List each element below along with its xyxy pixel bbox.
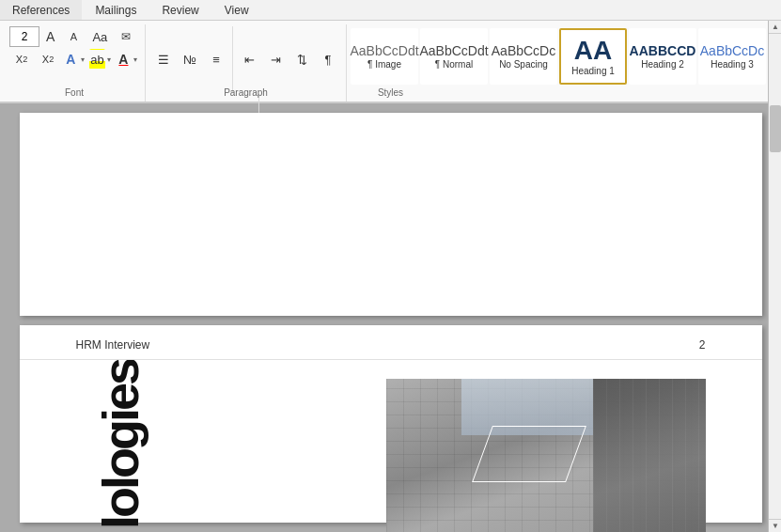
show-para-btn[interactable]: ¶ (316, 49, 340, 70)
page-content: lologies (20, 360, 762, 532)
style-image-preview: AaBbCcDdt (350, 44, 418, 57)
highlight-dropdown[interactable]: ▾ (106, 55, 112, 64)
scrollbar-thumb[interactable] (770, 105, 781, 152)
style-heading2-preview: AABBCCD (630, 44, 696, 57)
scroll-up-btn[interactable]: ▲ (769, 21, 781, 34)
decrease-indent-btn[interactable]: ⇤ (237, 49, 261, 70)
para-row1: ☰ № ≡ ⇤ ⇥ ⇅ ¶ (151, 26, 340, 92)
font-size-input[interactable] (9, 26, 39, 47)
page-header: HRM Interview 2 (20, 325, 762, 360)
style-heading2[interactable]: AABBCCD Heading 2 (629, 28, 696, 85)
vertical-text: lologies (95, 379, 146, 529)
increase-indent-btn[interactable]: ⇥ (263, 49, 288, 70)
diamond-shape (472, 426, 586, 482)
style-heading3[interactable]: AaBbCcDc Heading 3 (698, 28, 766, 85)
style-heading3-label: Heading 3 (711, 59, 754, 70)
font-row1: A A Aa ✉ (9, 26, 138, 47)
style-heading2-label: Heading 2 (641, 59, 684, 70)
font-row2: X2 X2 A ▾ ab ▾ A ▾ (9, 49, 139, 70)
scrollbar-track: ▲ ▼ (768, 21, 781, 532)
font-color-container: A ▾ (62, 49, 86, 70)
style-image[interactable]: AaBbCcDdt ¶ Image (351, 28, 418, 85)
divider1 (232, 26, 233, 92)
styles-group-label: Styles (0, 87, 781, 98)
header-title: HRM Interview (76, 338, 150, 352)
tab-references[interactable]: References (0, 0, 82, 20)
numbering-btn[interactable]: № (178, 49, 202, 70)
styles-group: AaBbCcDdt ¶ Image AaBbCcDdt ¶ Normal AaB… (347, 24, 777, 102)
page-2: HRM Interview 2 lologies (20, 325, 762, 523)
style-normal-label: ¶ Normal (435, 59, 473, 70)
bullets-btn[interactable]: ☰ (151, 49, 176, 70)
sort-btn[interactable]: ⇅ (289, 49, 314, 70)
header-page-number: 2 (699, 338, 706, 352)
building-image (386, 379, 706, 532)
style-no-spacing-preview: AaBbCcDc (492, 44, 555, 57)
font-color-a-btn[interactable]: A (63, 49, 79, 70)
font-color-red-btn[interactable]: A (116, 49, 132, 70)
style-normal[interactable]: AaBbCcDdt ¶ Normal (420, 28, 488, 85)
tab-mailings[interactable]: Mailings (83, 0, 148, 20)
tab-review[interactable]: Review (149, 0, 211, 20)
ribbon-toolbar: A A Aa ✉ X2 X2 A ▾ ab ▾ A ▾ Font ☰ (0, 21, 781, 103)
multilevel-btn[interactable]: ≡ (204, 49, 228, 70)
ribbon-tabs: References Mailings Review View (0, 0, 781, 21)
clear-format-btn[interactable]: ✉ (114, 26, 138, 47)
font-color-red-container: A ▾ (115, 49, 139, 70)
font-color-dropdown[interactable]: ▾ (80, 55, 86, 64)
style-heading1-label: Heading 1 (571, 66, 615, 76)
grow-font-btn[interactable]: A (41, 26, 59, 47)
scroll-down-btn[interactable]: ▼ (769, 519, 781, 532)
document-area: HRM Interview 2 lologies (0, 103, 781, 532)
style-heading3-preview: AaBbCcDc (700, 44, 764, 57)
highlight-btn[interactable]: ab (89, 49, 105, 70)
style-normal-preview: AaBbCcDdt (419, 44, 488, 57)
style-no-spacing[interactable]: AaBbCcDc No Spacing (490, 28, 557, 85)
style-no-spacing-label: No Spacing (499, 59, 548, 70)
superscript-btn[interactable]: X2 (36, 49, 60, 70)
font-color-red-dropdown[interactable]: ▾ (133, 55, 138, 64)
highlight-color-container: ab ▾ (88, 49, 113, 70)
style-heading1-preview: AA (574, 38, 612, 64)
shrink-font-btn[interactable]: A (61, 26, 86, 47)
change-case-btn[interactable]: Aa (87, 26, 112, 47)
tab-view[interactable]: View (212, 0, 261, 20)
style-heading1[interactable]: AA Heading 1 (559, 28, 627, 85)
page-1 (20, 113, 762, 316)
style-image-label: ¶ Image (367, 59, 401, 70)
subscript-btn[interactable]: X2 (9, 49, 34, 70)
